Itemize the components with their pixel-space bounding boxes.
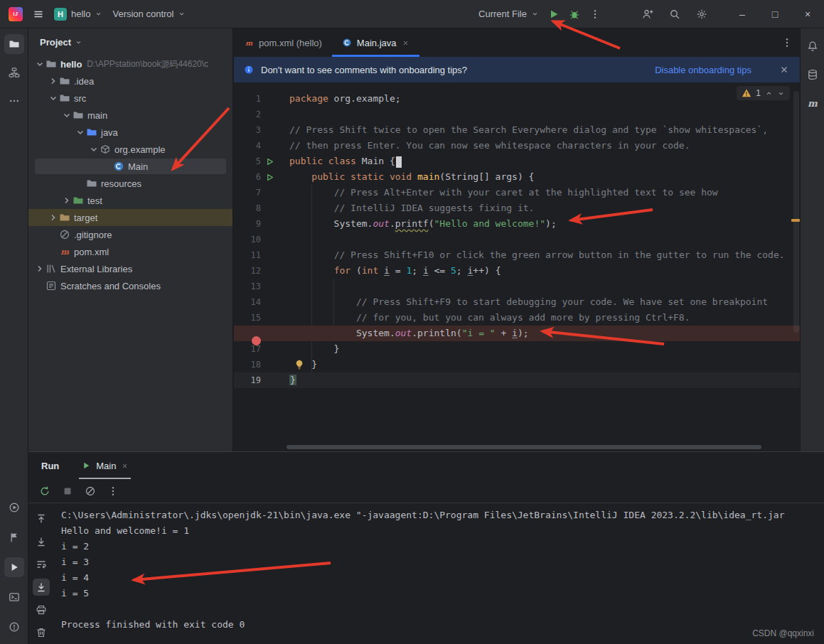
code-line-3[interactable]: 3// Press Shift twice to open the Search… bbox=[234, 122, 800, 138]
tree-item-main[interactable]: main bbox=[28, 107, 232, 124]
code-line-16[interactable]: System.out.println("i = " + i); bbox=[234, 326, 800, 341]
minimize-button[interactable]: – bbox=[726, 0, 759, 28]
bookmarks-tool-icon[interactable] bbox=[4, 527, 24, 547]
code-line-12[interactable]: 12 for (int i = 1; i <= 5; i++) { bbox=[234, 263, 800, 279]
close-tab-icon[interactable] bbox=[121, 462, 129, 470]
editor-tab-main-java[interactable]: Main.java bbox=[332, 28, 419, 57]
editor-tab-pom-xml-hello-[interactable]: mpom.xml (hello) bbox=[234, 28, 332, 57]
chevron-down-icon[interactable] bbox=[75, 127, 86, 138]
problems-tool-icon[interactable] bbox=[4, 617, 24, 637]
tree-item-scratches-and-consoles[interactable]: Scratches and Consoles bbox=[28, 277, 232, 294]
maximize-button[interactable]: □ bbox=[759, 0, 791, 28]
code-line-13[interactable]: 13 bbox=[234, 279, 800, 294]
code-line-5[interactable]: 5public class Main { bbox=[234, 154, 800, 169]
project-tool-icon[interactable] bbox=[4, 34, 24, 54]
tree-item-label: pom.xml bbox=[74, 247, 109, 257]
notifications-tool-icon[interactable] bbox=[803, 37, 822, 55]
tree-item-target[interactable]: target bbox=[28, 209, 232, 226]
version-control-menu[interactable]: Version control bbox=[112, 9, 186, 19]
soft-wrap-button[interactable] bbox=[33, 556, 50, 573]
main-menu-icon[interactable] bbox=[33, 9, 44, 20]
scrollend-icon bbox=[36, 581, 47, 593]
tree-item-org-example[interactable]: org.example bbox=[28, 141, 232, 158]
gutter: 2 bbox=[234, 107, 287, 122]
folder-excluded-icon bbox=[59, 212, 70, 223]
disable-tips-link[interactable]: Disable onboarding tips bbox=[655, 65, 751, 75]
terminal-tool-icon[interactable] bbox=[4, 587, 24, 607]
intention-bulb-icon[interactable] bbox=[294, 359, 305, 370]
print-button[interactable] bbox=[33, 601, 50, 618]
more-tool-windows-icon[interactable] bbox=[4, 91, 24, 111]
tree-item-java[interactable]: java bbox=[28, 124, 232, 141]
code-line-6[interactable]: 6 public static void main(String[] args)… bbox=[234, 169, 800, 185]
code-line-4[interactable]: 4// then press Enter. You can now see wh… bbox=[234, 138, 800, 154]
debug-button[interactable] bbox=[569, 9, 580, 20]
chevron-down-icon[interactable] bbox=[48, 92, 59, 104]
chevron-right-icon[interactable] bbox=[48, 212, 59, 223]
code-line-15[interactable]: 15 // for you, but you can always add mo… bbox=[234, 310, 800, 326]
clear-console-button[interactable] bbox=[33, 624, 50, 641]
clear-button[interactable] bbox=[85, 485, 96, 497]
services-tool-icon[interactable] bbox=[4, 498, 24, 517]
tree-item-pom-xml[interactable]: mpom.xml bbox=[28, 243, 232, 260]
stop-button[interactable] bbox=[62, 485, 73, 497]
tree-item-external-libraries[interactable]: External Libraries bbox=[28, 260, 232, 277]
project-selector[interactable]: H hello bbox=[54, 8, 102, 21]
tree-item-test[interactable]: test bbox=[28, 192, 232, 209]
inspection-widget[interactable]: 1 bbox=[737, 86, 790, 100]
editor-horizontal-scrollbar[interactable] bbox=[287, 445, 761, 449]
code-line-8[interactable]: 8 // IntelliJ IDEA suggests fixing it. bbox=[234, 200, 800, 216]
code-line-7[interactable]: 7 // Press Alt+Enter with your caret at … bbox=[234, 185, 800, 200]
database-tool-icon[interactable] bbox=[803, 65, 822, 84]
console-output[interactable]: C:\Users\Administrator\.jdks\openjdk-21\… bbox=[54, 503, 824, 644]
tree-item--gitignore[interactable]: .gitignore bbox=[28, 226, 232, 243]
tree-item--idea[interactable]: .idea bbox=[28, 73, 232, 90]
code-line-14[interactable]: 14 // Press Shift+F9 to start debugging … bbox=[234, 294, 800, 310]
chevron-down-icon[interactable] bbox=[61, 109, 73, 121]
settings-icon[interactable] bbox=[696, 9, 707, 20]
code-line-11[interactable]: 11 // Press Shift+F10 or click the green… bbox=[234, 247, 800, 263]
run-button[interactable] bbox=[548, 9, 560, 20]
code-line-1[interactable]: 1package org.example; bbox=[234, 91, 800, 107]
scroll-to-end-button[interactable] bbox=[33, 579, 50, 596]
run-line-icon[interactable] bbox=[261, 157, 278, 166]
project-panel-header[interactable]: Project bbox=[28, 28, 232, 55]
run-config-selector[interactable]: Current File bbox=[478, 9, 539, 19]
chevron-right-icon[interactable] bbox=[48, 75, 59, 87]
search-everywhere-icon[interactable] bbox=[669, 9, 680, 20]
chevron-right-icon[interactable] bbox=[61, 195, 73, 206]
run-tab-main[interactable]: Main bbox=[79, 452, 131, 479]
code-line-19[interactable]: 19} bbox=[234, 372, 800, 388]
code-line-9[interactable]: 9 System.out.printf("Hello and welcome!"… bbox=[234, 216, 800, 232]
more-options-button[interactable] bbox=[107, 485, 119, 497]
scroll-to-top-button[interactable] bbox=[33, 510, 50, 527]
chevron-down-icon[interactable] bbox=[34, 58, 46, 70]
banner-close-icon[interactable] bbox=[778, 64, 790, 75]
code-line-2[interactable]: 2 bbox=[234, 107, 800, 122]
code-line-17[interactable]: 17 } bbox=[234, 341, 800, 357]
scroll-to-bottom-button[interactable] bbox=[33, 533, 50, 550]
editor-vertical-scrollbar[interactable] bbox=[793, 91, 799, 333]
tree-item-main[interactable]: Main bbox=[28, 158, 232, 175]
tree-item-resources[interactable]: resources bbox=[28, 175, 232, 192]
run-line-icon[interactable] bbox=[261, 173, 278, 182]
tab-options-icon[interactable] bbox=[781, 37, 793, 48]
prev-issue-icon[interactable] bbox=[765, 90, 773, 97]
code-text: // then press Enter. You can now see whi… bbox=[287, 138, 690, 154]
close-button[interactable]: × bbox=[791, 0, 824, 28]
structure-tool-icon[interactable] bbox=[4, 63, 24, 82]
tree-item-src[interactable]: src bbox=[28, 90, 232, 107]
more-actions-icon[interactable] bbox=[589, 9, 601, 20]
tab-close-icon[interactable] bbox=[402, 39, 410, 47]
tree-item-hello[interactable]: helloD:\APPstation\book源码44620\c bbox=[28, 55, 232, 73]
code-line-18[interactable]: 18 } bbox=[234, 357, 800, 372]
code-with-me-icon[interactable] bbox=[642, 9, 653, 20]
chevron-down-icon[interactable] bbox=[88, 144, 100, 155]
chevron-right-icon[interactable] bbox=[34, 263, 46, 274]
next-issue-icon[interactable] bbox=[777, 90, 785, 97]
code-editor[interactable]: 1package org.example;23// Press Shift tw… bbox=[234, 82, 800, 451]
code-line-10[interactable]: 10 bbox=[234, 232, 800, 247]
maven-tool-icon[interactable]: m bbox=[803, 94, 822, 112]
rerun-button[interactable] bbox=[39, 485, 50, 497]
run-tool-icon[interactable] bbox=[4, 557, 24, 577]
